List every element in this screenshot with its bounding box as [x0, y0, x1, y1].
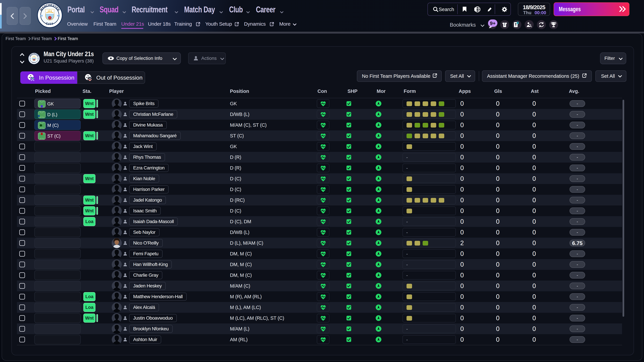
- svg-text:94: 94: [38, 58, 39, 59]
- svg-text:94: 94: [57, 14, 60, 17]
- svg-text:18: 18: [30, 58, 31, 59]
- svg-text:18: 18: [40, 14, 42, 17]
- svg-text:9+: 9+: [490, 20, 496, 26]
